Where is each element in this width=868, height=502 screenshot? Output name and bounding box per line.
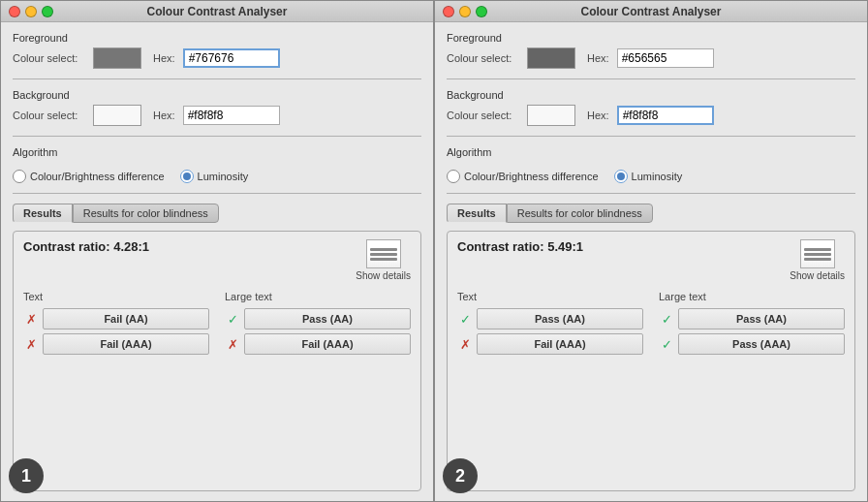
divider-2c [447, 193, 855, 194]
wcag-text-aa-row-1: ✗ Fail (AA) [23, 308, 209, 329]
tab-color-blind-2[interactable]: Results for color blindness [507, 204, 653, 223]
wcag-section-1: Text ✗ Fail (AA) ✗ Fail (AAA) Large text… [23, 291, 411, 355]
wcag-large-label-2: Large text [659, 291, 845, 302]
contrast-ratio-label-1: Contrast ratio: [23, 239, 110, 254]
divider-2b [447, 136, 855, 137]
maximize-button-2[interactable] [476, 6, 487, 17]
radio-cb-diff-circle-1[interactable] [13, 170, 26, 183]
fg-hex-label-1: Hex: [153, 52, 175, 64]
titlebar-buttons-1 [9, 6, 53, 17]
bg-color-swatch-1[interactable] [93, 105, 141, 126]
large-aa-badge-2: Pass (AA) [678, 308, 845, 329]
radio-luminosity-circle-1[interactable] [180, 170, 194, 183]
radio-luminosity-label-1: Luminosity [198, 171, 249, 182]
radio-luminosity-circle-2[interactable] [614, 170, 628, 183]
window-body-1: Foreground Colour select: Hex: Backgroun… [1, 22, 433, 501]
radio-cb-diff-2[interactable]: Colour/Brightness difference [447, 170, 599, 183]
doc-line-1 [370, 248, 397, 251]
wcag-text-aaa-row-1: ✗ Fail (AAA) [23, 333, 209, 355]
radio-row-2: Colour/Brightness difference Luminosity [447, 170, 855, 183]
fg-color-swatch-2[interactable] [527, 47, 575, 69]
bg-hex-label-1: Hex: [153, 110, 175, 121]
show-details-btn-2[interactable]: Show details [790, 239, 845, 281]
radio-luminosity-label-2: Luminosity [632, 171, 683, 182]
radio-cb-diff-1[interactable]: Colour/Brightness difference [13, 170, 165, 183]
divider-1a [13, 78, 421, 79]
bg-color-select-label-1: Colour select: [13, 110, 85, 121]
doc-line-4 [804, 248, 831, 251]
close-button-2[interactable] [443, 6, 454, 17]
maximize-button-1[interactable] [42, 6, 53, 17]
minimize-button-2[interactable] [459, 6, 471, 17]
foreground-section-2: Foreground Colour select: Hex: [447, 32, 855, 69]
large-aa-icon-2: ✓ [659, 311, 674, 327]
wcag-text-aa-row-2: ✓ Pass (AA) [457, 308, 643, 329]
wcag-large-col-2: Large text ✓ Pass (AA) ✓ Pass (AAA) [659, 291, 845, 355]
doc-line-6 [804, 258, 831, 261]
show-details-icon-2 [800, 239, 835, 268]
doc-line-2 [370, 253, 397, 256]
wcag-large-aaa-row-1: ✗ Fail (AAA) [225, 333, 411, 355]
contrast-ratio-1: Contrast ratio: 4.28:1 [23, 239, 149, 254]
bg-hex-label-2: Hex: [587, 110, 609, 121]
window-2: Colour Contrast Analyser Foreground Colo… [434, 0, 868, 502]
foreground-row-2: Colour select: Hex: [447, 47, 855, 69]
wcag-text-label-1: Text [23, 291, 209, 302]
bg-hex-input-1[interactable] [183, 106, 280, 125]
titlebar-2: Colour Contrast Analyser [435, 1, 867, 22]
background-row-2: Colour select: Hex: [447, 105, 855, 126]
bg-hex-input-2[interactable] [617, 106, 714, 125]
fg-color-swatch-1[interactable] [93, 47, 141, 69]
titlebar-buttons-2 [443, 6, 487, 17]
radio-cb-diff-circle-2[interactable] [447, 170, 460, 183]
foreground-row-1: Colour select: Hex: [13, 47, 421, 69]
divider-1c [13, 193, 421, 194]
foreground-section-1: Foreground Colour select: Hex: [13, 32, 421, 69]
window-title-1: Colour Contrast Analyser [147, 5, 288, 18]
bg-color-swatch-2[interactable] [527, 105, 575, 126]
tab-results-1[interactable]: Results [13, 204, 73, 223]
close-button-1[interactable] [9, 6, 20, 17]
contrast-ratio-2: Contrast ratio: 5.49:1 [457, 239, 583, 254]
fg-hex-label-2: Hex: [587, 52, 609, 64]
tab-results-2[interactable]: Results [447, 204, 507, 223]
foreground-label-1: Foreground [13, 32, 421, 44]
wcag-text-aaa-row-2: ✗ Fail (AAA) [457, 333, 643, 355]
doc-line-5 [804, 253, 831, 256]
contrast-ratio-value-1: 4.28:1 [113, 239, 149, 254]
fg-color-select-label-1: Colour select: [13, 52, 85, 64]
show-details-btn-1[interactable]: Show details [356, 239, 411, 281]
large-aa-icon-1: ✓ [225, 311, 240, 327]
large-aaa-icon-2: ✓ [659, 336, 674, 352]
algorithm-label-1: Algorithm [13, 146, 421, 158]
radio-cb-diff-label-2: Colour/Brightness difference [464, 171, 599, 182]
background-row-1: Colour select: Hex: [13, 105, 421, 126]
text-aa-icon-1: ✗ [23, 311, 39, 327]
window-badge-2: 2 [443, 458, 478, 493]
text-aaa-badge-2: Fail (AAA) [477, 333, 643, 355]
large-aaa-badge-1: Fail (AAA) [244, 333, 411, 355]
radio-luminosity-1[interactable]: Luminosity [180, 170, 249, 183]
fg-hex-input-2[interactable] [617, 48, 714, 68]
background-section-1: Background Colour select: Hex: [13, 89, 421, 126]
radio-luminosity-2[interactable]: Luminosity [614, 170, 683, 183]
wcag-large-aa-row-2: ✓ Pass (AA) [659, 308, 845, 329]
divider-2a [447, 78, 855, 79]
algorithm-section-1: Algorithm Colour/Brightness difference L… [13, 146, 421, 183]
fg-hex-input-1[interactable] [183, 48, 280, 68]
contrast-ratio-label-2: Contrast ratio: [457, 239, 544, 254]
divider-1b [13, 136, 421, 137]
text-aaa-icon-1: ✗ [23, 336, 39, 352]
window-badge-1: 1 [9, 458, 44, 493]
wcag-large-aa-row-1: ✓ Pass (AA) [225, 308, 411, 329]
text-aa-badge-2: Pass (AA) [477, 308, 643, 329]
results-panel-1: Contrast ratio: 4.28:1 Show details Text [13, 231, 421, 491]
text-aa-badge-1: Fail (AA) [43, 308, 209, 329]
minimize-button-1[interactable] [25, 6, 37, 17]
algorithm-label-2: Algorithm [447, 146, 855, 158]
tab-color-blind-1[interactable]: Results for color blindness [73, 204, 219, 223]
wcag-text-col-1: Text ✗ Fail (AA) ✗ Fail (AAA) [23, 291, 209, 355]
wcag-text-col-2: Text ✓ Pass (AA) ✗ Fail (AAA) [457, 291, 643, 355]
wcag-large-aaa-row-2: ✓ Pass (AAA) [659, 333, 845, 355]
doc-line-3 [370, 258, 397, 261]
